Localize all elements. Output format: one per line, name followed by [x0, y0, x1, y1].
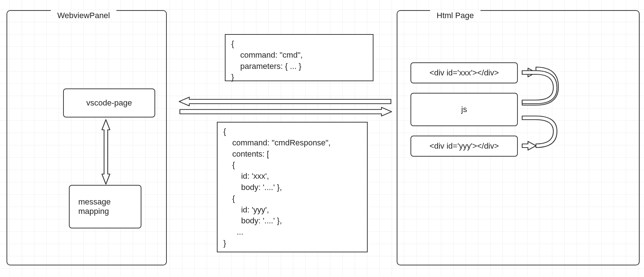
payload-top: { command: "cmd", parameters: { ... } } — [225, 34, 373, 81]
pb-l6: body: '....' }, — [223, 183, 282, 192]
pt-l1: { — [231, 39, 234, 48]
pb-l4: { — [223, 160, 235, 169]
pb-l11: } — [223, 239, 226, 248]
pb-l1: { — [223, 127, 226, 136]
pb-l3: contents: [ — [223, 149, 269, 158]
pt-l4: } — [231, 73, 234, 82]
pb-l7: { — [223, 194, 235, 203]
pb-l8: id: 'yyy', — [223, 205, 269, 214]
pb-l5: id: 'xxx', — [223, 171, 269, 181]
pb-l10: ... — [223, 227, 243, 236]
pt-l3: parameters: { ... } — [231, 62, 301, 71]
webview-panel-container: WebviewPanel — [7, 10, 167, 265]
payload-bottom: { command: "cmdResponse", contents: [ { … — [217, 122, 368, 252]
pt-l2: command: "cmd", — [231, 50, 303, 59]
pb-l2: command: "cmdResponse", — [223, 138, 331, 147]
pb-l9: body: '....' }, — [223, 216, 282, 225]
webview-panel-title: WebviewPanel — [51, 10, 116, 22]
html-page-container: Html Page — [397, 10, 640, 265]
html-page-title: Html Page — [430, 10, 480, 22]
